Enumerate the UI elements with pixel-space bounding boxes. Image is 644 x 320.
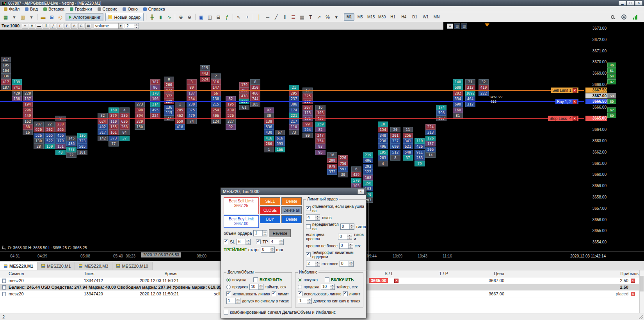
delta-limit-checkbox[interactable] <box>272 291 276 296</box>
autoscroll-marker-icon[interactable] <box>485 23 489 27</box>
sl-close-icon[interactable] <box>394 279 398 283</box>
chart-overlay-button-3[interactable]: ▨ <box>461 23 467 29</box>
new-chart-dropdown-button[interactable]: ▾ <box>10 13 18 21</box>
delta-use-line-checkbox[interactable] <box>226 291 231 296</box>
menu-Графики[interactable]: Графики <box>67 6 95 12</box>
column-header-tp[interactable]: T / P <box>402 271 448 276</box>
passed-stepper[interactable]: 0 <box>338 234 352 240</box>
fibonacci-button[interactable]: ☰ <box>289 13 297 21</box>
menu-Сервис[interactable]: Сервис <box>95 6 120 12</box>
takeprofit-limit-checkbox[interactable] <box>306 252 311 257</box>
timeframe-M30[interactable]: M30 <box>377 13 387 21</box>
crosshair-button[interactable]: + <box>243 13 251 21</box>
delta-tolerance-stepper[interactable]: 1 <box>226 298 240 304</box>
sl-checkbox[interactable] <box>224 240 228 244</box>
auto-arrange-button[interactable]: ⊟ <box>214 13 222 21</box>
stop-loss-line-label[interactable]: Stop Loss -4 <box>548 116 578 121</box>
combined-signal-checkbox[interactable] <box>224 310 228 315</box>
volume-select[interactable]: volume ▼ <box>94 23 124 29</box>
tab-MESZ20,M10[interactable]: MESZ20,M10 <box>112 262 152 270</box>
shapes-button[interactable]: % <box>324 13 332 21</box>
move-checkbox[interactable] <box>306 224 311 229</box>
line-chart-button[interactable]: ∿ <box>165 13 173 21</box>
timeframe-H1[interactable]: H1 <box>388 13 398 21</box>
tp-checkbox[interactable] <box>256 240 261 244</box>
imbalance-timer-stepper[interactable]: 10 <box>321 284 335 290</box>
calculator-button[interactable]: ⊞ <box>48 13 56 21</box>
chart-tool-7[interactable]: P <box>64 23 70 29</box>
grid-button[interactable]: ▦ <box>298 13 306 21</box>
chart-overlay-button-2[interactable]: ▨ <box>454 23 460 29</box>
tp-limit-stepper[interactable]: 2 <box>306 261 320 267</box>
menu-Вид[interactable]: Вид <box>22 6 41 12</box>
trailing-start-stepper[interactable]: 0 <box>261 247 275 253</box>
reverse-button[interactable]: Reverse <box>269 229 291 237</box>
cancel-ticks-stepper[interactable]: 4 <box>306 215 320 221</box>
stop-loss-line-close-icon[interactable] <box>573 116 577 121</box>
close-button[interactable]: ✕ <box>635 1 642 5</box>
menu-Вставка[interactable]: Вставка <box>41 6 67 12</box>
objects-dropdown-button[interactable]: ▾ <box>332 13 340 21</box>
timeframe-MN[interactable]: MN <box>431 13 442 21</box>
chart-tool-9[interactable]: C <box>78 23 84 29</box>
sl-stepper[interactable]: 6 <box>237 239 251 245</box>
resize-grip[interactable] <box>639 315 643 319</box>
imbalance-limit-checkbox[interactable] <box>343 291 348 296</box>
menu-Окно[interactable]: Окно <box>120 6 141 12</box>
profiles-dropdown-button[interactable]: ▾ <box>27 13 36 21</box>
delete-sell-button[interactable]: Delete <box>281 197 302 205</box>
best-sell-limit-button[interactable]: Best Sell Limit 3667.25 <box>224 197 259 214</box>
tab-MESZ20,M3[interactable]: MESZ20,M3 <box>75 262 112 270</box>
new-order-button[interactable]: Новый ордер <box>105 13 144 21</box>
horizontal-line-button[interactable]: ─ <box>263 13 272 21</box>
menu-Файл[interactable]: Файл <box>1 6 22 12</box>
elapsed-stepper[interactable]: 0 <box>339 243 353 249</box>
timeframe-M15[interactable]: M15 <box>366 13 376 21</box>
imbalance-buy-radio[interactable] <box>298 278 302 282</box>
connection-status[interactable] <box>631 13 639 21</box>
timeframe-W1[interactable]: W1 <box>420 13 431 21</box>
buy-line-label[interactable]: Buy 1, 2 <box>555 99 578 104</box>
price-axis[interactable]: 3673.003672.003671.003670.003669.003668.… <box>584 30 644 251</box>
column-header-time[interactable]: Время <box>140 271 202 276</box>
sell-button[interactable]: SELL <box>260 197 280 205</box>
bar-chart-button[interactable]: ╫ <box>148 13 156 21</box>
new-chart-button[interactable]: ▦ <box>2 13 10 21</box>
chart-tool-5[interactable]: ╱ <box>50 23 56 29</box>
timeframe-M1[interactable]: M1 <box>344 13 354 21</box>
imbalance-tolerance-stepper[interactable]: 1 <box>298 298 312 304</box>
tile-windows-button[interactable]: ▣ <box>197 13 205 21</box>
chart-tool-3[interactable]: ▬ <box>36 23 42 29</box>
cursor-button[interactable]: ↖ <box>235 13 243 21</box>
delta-enable-checkbox[interactable] <box>253 277 258 282</box>
delete-buy-button[interactable]: Delete <box>281 215 302 223</box>
imbalance-sell-radio[interactable] <box>298 285 302 289</box>
buy-button[interactable]: BUY <box>260 215 280 223</box>
column-header-profit[interactable]: Прибыль <box>562 271 639 276</box>
minimize-button[interactable]: ▁ <box>619 1 626 5</box>
arrange-windows-button[interactable]: ◫ <box>206 13 214 21</box>
column-header-symbol[interactable]: Символ <box>9 271 59 276</box>
chart-tool-1[interactable]: + <box>22 23 28 29</box>
timeframe-D1[interactable]: D1 <box>409 13 420 21</box>
indicators-button[interactable]: ƒ <box>223 13 231 21</box>
dialog-close-button[interactable] <box>358 189 364 194</box>
menu-Справка[interactable]: Справка <box>141 6 168 12</box>
move-stepper[interactable]: 0 <box>340 223 354 230</box>
chart-tool-6[interactable]: Г <box>57 23 63 29</box>
sell-limit-line-close-icon[interactable] <box>573 88 577 93</box>
channel-button[interactable]: ‖ <box>281 13 289 21</box>
dialog-titlebar[interactable]: MESZ20, Тик 1000 <box>221 188 366 195</box>
chart-tool-2[interactable]: H <box>29 23 35 29</box>
order-volume-stepper[interactable]: 1 <box>253 230 267 236</box>
volume-size-stepper[interactable]: 2 <box>125 23 139 29</box>
text-button[interactable]: T <box>306 13 315 21</box>
trendline-button[interactable]: ╱ <box>272 13 280 21</box>
chart-overlay-button-1[interactable]: A <box>447 23 453 29</box>
chart-tool-10[interactable]: ▦ <box>85 23 91 29</box>
cancel-if-checkbox[interactable] <box>306 206 311 211</box>
zoom-in-button[interactable]: ⊕ <box>177 13 185 21</box>
search-button[interactable] <box>608 13 617 21</box>
candle-chart-button[interactable]: ▮ <box>157 13 165 21</box>
profit-close-icon[interactable] <box>631 279 635 283</box>
